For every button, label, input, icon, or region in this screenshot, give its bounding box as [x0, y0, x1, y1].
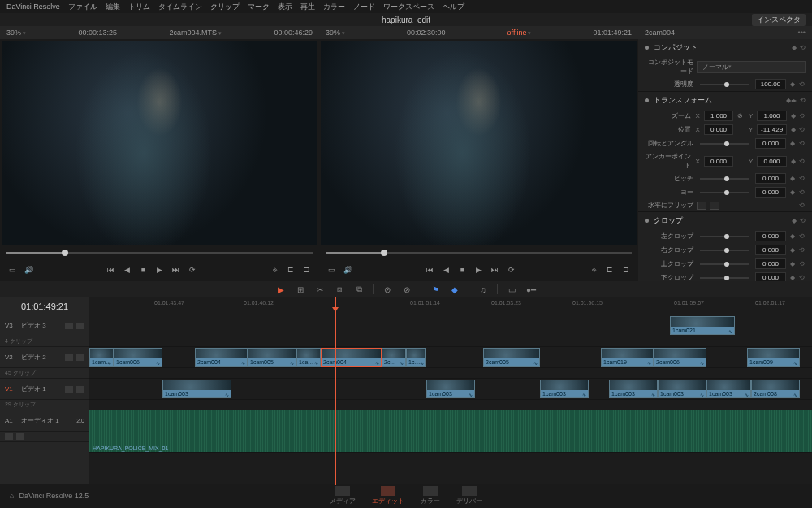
source-scrubber[interactable]: [0, 247, 319, 258]
track-header-v1[interactable]: V1ビデオ 1: [0, 379, 89, 400]
page-tab-エディット[interactable]: エディット: [372, 486, 404, 506]
volume-icon[interactable]: 🔊: [23, 266, 34, 274]
flag-icon[interactable]: ⚑: [430, 285, 441, 294]
composite-section-header[interactable]: コンポジット ◆⟲: [638, 39, 812, 56]
page-tab-メディア[interactable]: メディア: [330, 486, 356, 506]
anchor-y-value[interactable]: 0.000: [757, 156, 786, 167]
timeline-clip[interactable]: 1cam…∿: [89, 348, 114, 367]
timeline-clip[interactable]: 2c…∿: [382, 348, 406, 367]
program-status[interactable]: offline: [508, 28, 532, 37]
zoom-x-value[interactable]: 1.000: [704, 111, 733, 121]
match-frame-button[interactable]: ⎆: [269, 266, 280, 274]
inspector-toggle-button[interactable]: インスペクタ: [752, 14, 806, 26]
timeline-tracks[interactable]: 01:01:43:4701:01:46:1201:01:51:1401:01:5…: [89, 297, 812, 485]
viewer-mode-icon[interactable]: ▭: [326, 266, 337, 274]
crop-bottom-slider[interactable]: [700, 277, 749, 279]
trim-tool-icon[interactable]: ⊞: [295, 285, 306, 294]
track-header-v2[interactable]: V2ビデオ 2: [0, 347, 89, 368]
track-header-v3[interactable]: V3ビデオ 3: [0, 315, 89, 336]
timeline-clip[interactable]: 1c…∿: [406, 348, 426, 367]
play-button[interactable]: ▶: [473, 266, 485, 274]
flip-h-button[interactable]: [697, 202, 706, 210]
first-frame-button[interactable]: ⏮: [425, 266, 436, 274]
timeline-clip[interactable]: 2cam006∿: [654, 348, 706, 367]
timeline-clip[interactable]: 1cam019∿: [601, 348, 654, 367]
timeline-clip[interactable]: 2cam008∿: [751, 380, 800, 398]
first-frame-button[interactable]: ⏮: [106, 266, 117, 274]
crop-section-header[interactable]: クロップ ◆⟲: [638, 212, 812, 229]
menu-item[interactable]: ノード: [353, 2, 375, 12]
volume-icon[interactable]: 🔊: [342, 266, 353, 274]
play-button[interactable]: ▶: [154, 266, 166, 274]
timeline-clip[interactable]: 1ca…∿: [296, 348, 321, 367]
pitch-value[interactable]: 0.000: [755, 173, 786, 184]
source-zoom-dropdown[interactable]: 39%: [6, 28, 26, 37]
menu-item[interactable]: クリップ: [210, 2, 240, 12]
link-icon[interactable]: ⊘: [736, 112, 745, 119]
yaw-slider[interactable]: [700, 192, 749, 193]
opacity-value[interactable]: 100.00: [755, 79, 786, 89]
track-v3[interactable]: 1cam021∿: [89, 315, 812, 336]
timeline-clip[interactable]: 1cam005∿: [248, 348, 296, 367]
pitch-slider[interactable]: [700, 178, 749, 180]
track-a1[interactable]: HAPIKURA_POLICE_MIX_01: [89, 410, 812, 453]
crop-right-slider[interactable]: [700, 250, 749, 251]
page-tab-デリバー[interactable]: デリバー: [456, 486, 482, 506]
program-zoom-dropdown[interactable]: 39%: [326, 28, 345, 37]
track-header-a1[interactable]: A1オーディオ 12.0: [0, 410, 89, 432]
overwrite-tool-icon[interactable]: ⧉: [353, 284, 365, 294]
timeline-ruler[interactable]: 01:01:43:4701:01:46:1201:01:51:1401:01:5…: [89, 297, 812, 315]
timeline-clip[interactable]: 1cam003∿: [609, 380, 658, 398]
timeline-clip[interactable]: 2cam004∿: [195, 348, 248, 367]
timeline-clip[interactable]: 1cam003∿: [162, 380, 231, 398]
track-v2[interactable]: 1cam…∿1cam006∿2cam004∿1cam005∿1ca…∿2cam0…: [89, 347, 812, 368]
pos-x-value[interactable]: 0.000: [704, 124, 733, 135]
stop-button[interactable]: ■: [457, 266, 469, 274]
next-frame-button[interactable]: ⏭: [171, 266, 182, 274]
source-clip-name[interactable]: 2cam004.MTS: [169, 28, 221, 37]
crop-bottom-value[interactable]: 0.000: [755, 272, 786, 281]
lock-icon[interactable]: [5, 433, 13, 440]
in-point-button[interactable]: ⊏: [285, 266, 296, 274]
timeline-clip[interactable]: 1cam003∿: [540, 380, 589, 398]
timeline-clip[interactable]: 1cam003∿: [706, 380, 751, 398]
menu-item[interactable]: 再生: [300, 2, 315, 12]
playhead[interactable]: [335, 297, 336, 485]
reset-icon[interactable]: ⟲: [800, 97, 806, 104]
rotation-value[interactable]: 0.000: [755, 138, 786, 149]
viewer-mode-icon[interactable]: ▭: [6, 266, 18, 274]
reset-icon[interactable]: ⟲: [799, 80, 806, 88]
music-icon[interactable]: ♫: [477, 285, 489, 294]
transform-section-header[interactable]: トランスフォーム ◆•▸⟲: [638, 92, 812, 109]
menu-item[interactable]: ヘルプ: [443, 2, 464, 12]
timeline-clip[interactable]: 1cam009∿: [747, 348, 800, 367]
yaw-value[interactable]: 0.000: [755, 187, 786, 198]
keyframe-icon[interactable]: ◆: [792, 44, 797, 51]
program-canvas[interactable]: [321, 41, 637, 245]
menu-item[interactable]: マーク: [248, 2, 270, 12]
stop-button[interactable]: ■: [138, 266, 149, 274]
insert-tool-icon[interactable]: ⧈: [334, 284, 345, 294]
keyframe-icon[interactable]: ◆: [789, 80, 796, 88]
crop-top-value[interactable]: 0.000: [755, 258, 786, 269]
zoom-y-value[interactable]: 1.000: [757, 111, 786, 121]
menu-item[interactable]: カラー: [323, 2, 345, 12]
next-frame-button[interactable]: ⏭: [490, 266, 501, 274]
crop-left-value[interactable]: 0.000: [755, 231, 786, 241]
menu-item[interactable]: ファイル: [68, 2, 97, 12]
composite-mode-select[interactable]: ノーマル: [697, 61, 806, 73]
in-point-button[interactable]: ⊏: [604, 266, 615, 274]
timeline-clip[interactable]: 1cam021∿: [670, 316, 735, 335]
timeline-clip[interactable]: 1cam003∿: [658, 380, 706, 398]
match-frame-button[interactable]: ⎆: [588, 266, 599, 274]
menu-item[interactable]: 編集: [106, 2, 120, 12]
loop-button[interactable]: ⟳: [187, 266, 198, 274]
crop-top-slider[interactable]: [700, 263, 749, 265]
timeline-clip[interactable]: 2cam004∿: [321, 348, 382, 367]
menu-item[interactable]: トリム: [128, 2, 150, 12]
reset-icon[interactable]: ⟲: [800, 217, 806, 224]
track-v1[interactable]: 1cam003∿1cam003∿1cam003∿1cam003∿1cam003∿…: [89, 379, 812, 400]
reset-icon[interactable]: ⟲: [800, 44, 806, 51]
timeline-clip[interactable]: 1cam003∿: [426, 380, 475, 398]
out-point-button[interactable]: ⊐: [620, 266, 632, 274]
